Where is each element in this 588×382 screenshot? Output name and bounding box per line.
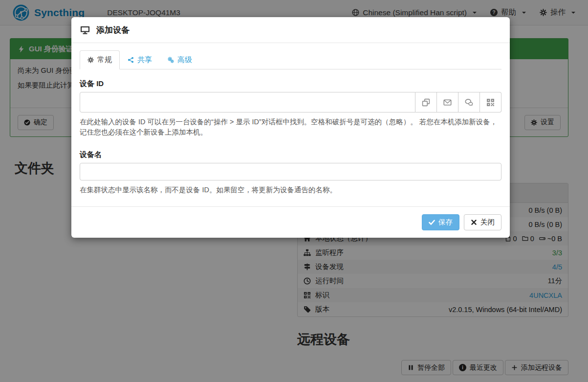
device-id-input[interactable] — [80, 92, 415, 112]
sms-device-id-button[interactable] — [458, 92, 480, 112]
modal-header: 添加设备 — [71, 17, 510, 43]
save-button[interactable]: 保存 — [422, 214, 459, 230]
modal-footer: 保存 关闭 — [71, 206, 510, 238]
modal-tabs: 常规 共享 高级 — [80, 50, 501, 69]
copy-device-id-button[interactable] — [415, 92, 437, 112]
tab-general[interactable]: 常规 — [80, 50, 120, 69]
copy-icon — [422, 98, 430, 107]
chat-bubbles-icon — [465, 98, 473, 107]
tab-general-label: 常规 — [97, 55, 112, 65]
check-icon — [429, 219, 435, 225]
modal-body: 常规 共享 高级 设备 ID 在此处输入的设备 ID 可以在另一台设备的“操作 … — [71, 43, 510, 206]
close-button[interactable]: 关闭 — [464, 214, 501, 230]
close-button-label: 关闭 — [480, 218, 495, 227]
device-id-help: 在此处输入的设备 ID 可以在另一台设备的“操作 > 显示 ID”对话框中找到。… — [80, 117, 501, 138]
device-name-label: 设备名 — [80, 150, 501, 159]
desktop-icon — [80, 25, 90, 35]
qrcode-icon — [486, 98, 495, 107]
add-device-modal: 添加设备 常规 共享 高级 设备 ID 在此处输入的设备 ID 可以在另一 — [71, 17, 510, 238]
envelope-icon — [443, 98, 452, 107]
tab-sharing-label: 共享 — [137, 55, 152, 65]
save-button-label: 保存 — [438, 218, 453, 227]
device-id-input-group — [80, 92, 501, 112]
device-id-label: 设备 ID — [80, 79, 501, 89]
close-icon — [471, 219, 477, 225]
device-name-input[interactable] — [80, 163, 501, 180]
device-name-help: 在集群状态中显示该名称，而不是设备 ID。如果留空，将更新为设备通告的名称。 — [80, 185, 501, 195]
tab-sharing[interactable]: 共享 — [120, 50, 160, 69]
gear-icon — [87, 57, 94, 63]
qr-device-id-button[interactable] — [480, 92, 501, 112]
share-icon — [128, 57, 134, 63]
tab-advanced[interactable]: 高级 — [160, 50, 200, 69]
tab-advanced-label: 高级 — [177, 55, 192, 65]
gears-icon — [168, 57, 174, 63]
modal-title: 添加设备 — [96, 24, 130, 36]
email-device-id-button[interactable] — [437, 92, 458, 112]
